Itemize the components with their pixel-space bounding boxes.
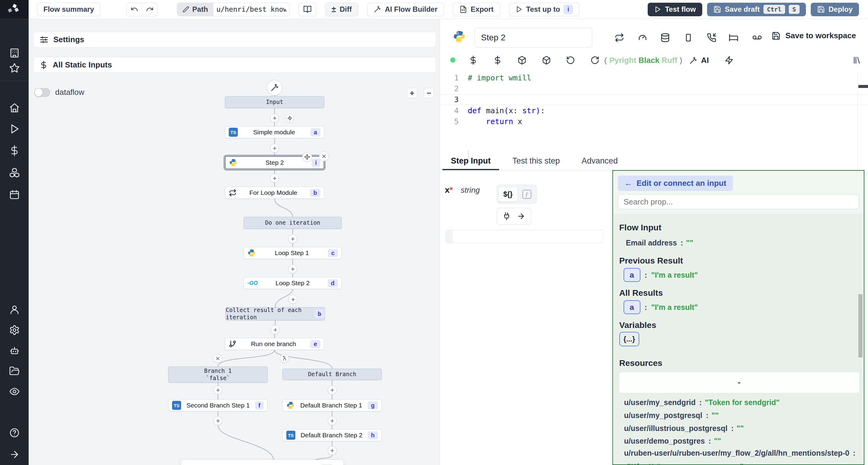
tab-test-this-step[interactable]: Test this step (513, 152, 560, 170)
flow-node-dbs1[interactable]: Default Branch Step 1g (282, 399, 382, 411)
flow-node-runbranch[interactable]: Run one branche (225, 338, 324, 350)
code-line-5[interactable]: 5 return x (440, 116, 868, 127)
save-draft-button[interactable]: Save draft Ctrl S (707, 3, 806, 16)
prop-search-input[interactable] (618, 194, 859, 209)
code-line-2[interactable]: 2 (440, 83, 868, 94)
insert-step-button[interactable] (270, 144, 279, 153)
insert-step-button[interactable] (270, 113, 279, 123)
resource-row[interactable]: u/user/my_sendgrid:"Token for sendgrid" (624, 398, 780, 407)
add-wand-button[interactable] (267, 80, 282, 96)
insert-step-button[interactable] (288, 234, 297, 243)
edit-or-connect-back[interactable]: ← Edit or connect an input (618, 175, 733, 191)
resource-row[interactable]: u/user/demo_postgres:"" (624, 437, 721, 445)
flow-node-branch1[interactable]: Branch 1`false` (168, 367, 268, 383)
test-up-to-button[interactable]: Test up to i (509, 3, 579, 16)
windmill-logo[interactable] (0, 0, 29, 19)
insert-step-button[interactable] (270, 174, 279, 183)
insert-step-button[interactable] (288, 264, 297, 273)
variables-badge[interactable]: {...} (619, 332, 640, 346)
tab-step-input[interactable]: Step Input (451, 152, 491, 170)
deploy-button[interactable]: Deploy (811, 3, 859, 16)
sidebar-user-icon[interactable] (9, 304, 20, 315)
resource-row[interactable]: u/user/illustrious_postgresql:"" (624, 424, 744, 433)
code-line-1[interactable]: 1# import wmill (440, 72, 868, 83)
flow-node-loop1[interactable]: Loop Step 1c (244, 247, 342, 259)
previous-result-row[interactable]: a:"I'm a result" (624, 268, 698, 282)
export-button[interactable]: Export (453, 3, 500, 16)
path-input[interactable] (213, 3, 289, 16)
ai-button[interactable]: AI (689, 56, 709, 65)
sidebar-calendar-icon[interactable] (9, 189, 20, 200)
flow-node-simple[interactable]: TSSimple modulea (225, 126, 324, 138)
code-line-4[interactable]: 4def main(x: str): (440, 105, 868, 116)
sidebar-eye-icon[interactable] (9, 386, 20, 397)
delete-step-button[interactable] (319, 152, 329, 161)
tab-advanced[interactable]: Advanced (582, 152, 618, 170)
sidebar-home-icon[interactable] (9, 102, 20, 113)
sidebar-dollar-icon[interactable] (9, 145, 20, 156)
arrow-right-icon[interactable] (517, 212, 525, 221)
insert-step-button[interactable] (213, 416, 222, 425)
flow-node-defbranch[interactable]: Default Branch (282, 369, 382, 380)
flow-node-forloop[interactable]: For Loop Moduleb (225, 187, 324, 199)
smartphone-button[interactable] (684, 33, 693, 42)
sidebar-folder-open-icon[interactable] (9, 366, 20, 376)
trigger-button[interactable] (285, 113, 294, 123)
voicemail-button[interactable] (752, 33, 762, 42)
database-button[interactable] (660, 33, 670, 42)
all-results-row[interactable]: a:"I'm a result" (624, 300, 698, 314)
step-name-input[interactable] (475, 28, 592, 47)
package-button[interactable] (518, 56, 527, 65)
resource-filter-box[interactable]: - (619, 372, 860, 393)
docs-button[interactable] (299, 3, 316, 16)
flow-node-collect[interactable]: Collect result of each iterationb (225, 307, 325, 321)
zap-button[interactable] (724, 56, 734, 65)
undo-button[interactable] (127, 3, 142, 16)
dollar-button[interactable] (469, 56, 478, 65)
move-step-button[interactable] (302, 152, 312, 162)
template-expr-button[interactable]: ${} (498, 187, 518, 201)
result-badge[interactable]: a (624, 268, 641, 282)
insert-step-button[interactable] (213, 386, 222, 395)
editor-scrollbar-thumb[interactable] (858, 85, 868, 88)
flow-node-sbs1[interactable]: TSSecond Branch Step 1f (168, 399, 268, 411)
dollar-button[interactable] (493, 56, 502, 65)
code-line-3[interactable]: 3 (440, 94, 868, 105)
rotate-cw-button[interactable] (590, 56, 599, 65)
sidebar-play-icon[interactable] (9, 124, 20, 134)
flow-node-loop2[interactable]: -GOLoop Step 2d (244, 277, 342, 289)
arg-value-input[interactable] (445, 230, 603, 243)
test-flow-button[interactable]: Test flow (648, 3, 702, 16)
gauge-button[interactable] (638, 33, 647, 42)
diff-button[interactable]: ± Diff (325, 3, 358, 16)
flow-node-input[interactable]: Input (225, 96, 324, 108)
sidebar-building-icon[interactable] (9, 47, 20, 59)
rotate-ccw-button[interactable] (566, 56, 575, 65)
sidebar-boxes-icon[interactable] (9, 167, 20, 178)
resource-row[interactable]: "**foo** #e we w wewe - ewe ew" (624, 462, 744, 465)
repeat-button[interactable] (615, 33, 624, 42)
insert-step-button[interactable] (271, 325, 280, 334)
flow-node-dbs2[interactable]: TSDefault Branch Step 2h (282, 429, 382, 441)
redo-button[interactable] (142, 3, 157, 16)
phone-incoming-button[interactable] (707, 33, 716, 42)
library-button[interactable] (852, 56, 861, 65)
result-badge[interactable]: a (624, 300, 641, 314)
flow-input-row[interactable]: Email address:"" (626, 238, 693, 247)
connect-scrollbar-thumb[interactable] (858, 294, 863, 358)
sidebar-gear-icon[interactable] (9, 325, 20, 335)
resource-row[interactable]: u/user/my_postgresql:"" (624, 411, 719, 420)
flow-summary-button[interactable]: Flow summary (37, 3, 100, 16)
remove-branch-button[interactable] (213, 354, 222, 363)
save-to-workspace-button[interactable]: Save to workspace (772, 31, 856, 40)
add-branch-button[interactable] (280, 354, 289, 363)
plug-icon[interactable] (502, 212, 511, 221)
insert-step-button[interactable] (328, 416, 337, 425)
resource-row[interactable]: u/ruben-user/u/ruben-user/my_flow_2/g/al… (624, 449, 856, 458)
package-button[interactable] (542, 56, 551, 65)
insert-step-button[interactable] (328, 386, 337, 395)
sidebar-star-icon[interactable] (9, 63, 20, 73)
sidebar-bot-icon[interactable] (9, 345, 20, 356)
function-mode-button[interactable]: ƒ (519, 188, 535, 201)
bed-button[interactable] (729, 33, 738, 42)
